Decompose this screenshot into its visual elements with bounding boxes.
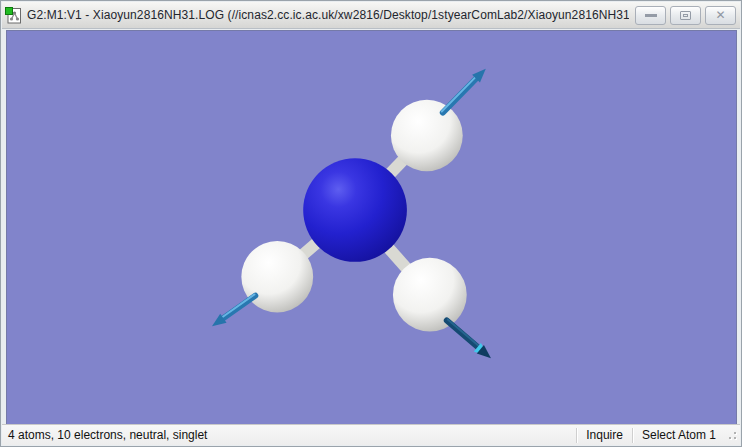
close-button[interactable]: ✕ — [705, 6, 736, 25]
status-pane-select-atom: Select Atom 1 — [633, 428, 725, 442]
status-pane-inquire: Inquire — [577, 428, 632, 442]
close-icon: ✕ — [715, 9, 725, 21]
molecule-canvas[interactable] — [7, 31, 736, 424]
maximize-button[interactable] — [670, 6, 701, 25]
gaussview-window: G2:M1:V1 - Xiaoyun2816NH31.LOG (//icnas2… — [0, 0, 742, 447]
window-controls: ✕ — [635, 6, 736, 25]
minimize-button[interactable] — [635, 6, 666, 25]
window-title: G2:M1:V1 - Xiaoyun2816NH31.LOG (//icnas2… — [27, 8, 629, 22]
minimize-icon — [645, 14, 657, 17]
resize-grip[interactable] — [725, 427, 739, 443]
title-bar[interactable]: G2:M1:V1 - Xiaoyun2816NH31.LOG (//icnas2… — [2, 2, 740, 29]
status-bar: 4 atoms, 10 electrons, neutral, singlet … — [2, 424, 740, 445]
molecule-summary: 4 atoms, 10 electrons, neutral, singlet — [2, 428, 576, 442]
molecule-viewport[interactable] — [6, 30, 737, 425]
maximize-icon — [680, 11, 691, 20]
app-molecule-document-icon — [5, 7, 22, 24]
